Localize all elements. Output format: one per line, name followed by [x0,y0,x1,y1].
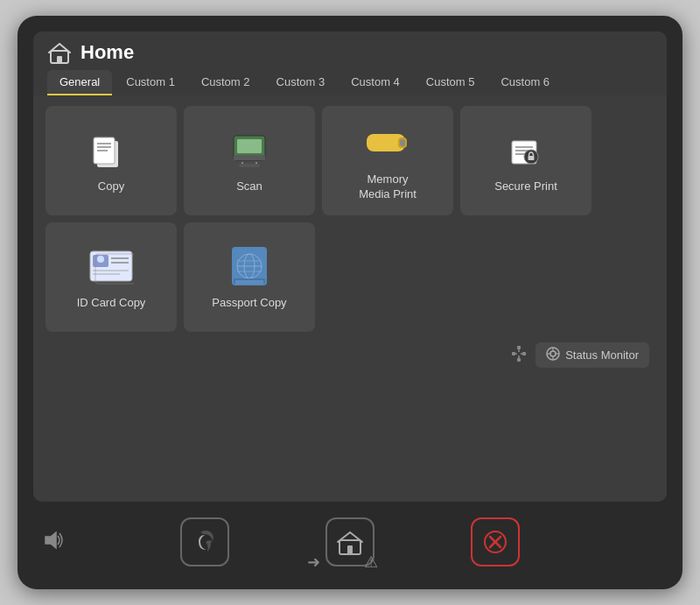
memory-media-print-label: Memory Media Print [359,172,416,202]
screen: Home General Custom 1 Custom 2 Custom 3 … [33,32,667,502]
copy-label: Copy [98,179,124,194]
svg-marker-53 [46,532,56,548]
tile-id-card-copy[interactable]: ID Card Copy [46,222,177,332]
grid-row-2: ID Card Copy [46,222,654,332]
sleep-button[interactable] [180,517,229,566]
id-card-icon [88,243,134,289]
tab-custom6[interactable]: Custom 6 [488,70,562,95]
svg-point-24 [97,256,104,263]
scan-label: Scan [236,179,262,194]
bottom-left [42,530,66,555]
svg-rect-8 [237,139,262,153]
status-monitor-icon [546,347,560,363]
secure-print-label: Secure Print [494,179,557,194]
svg-rect-1 [57,56,62,63]
bottom-bar: ➜ ⚠ [33,510,667,573]
scan-icon [227,127,272,172]
status-monitor-button[interactable]: Status Monitor [536,342,649,368]
device-panel: Home General Custom 1 Custom 2 Custom 3 … [18,16,682,589]
home-title: Home [80,41,134,64]
svg-rect-41 [522,352,526,355]
arrow-icon: ➜ [307,552,320,572]
tab-custom3[interactable]: Custom 3 [264,70,338,95]
passport-copy-label: Passport Copy [212,296,286,311]
tab-general[interactable]: General [47,70,112,95]
svg-rect-15 [400,139,405,146]
home-title-row: Home [47,40,653,70]
secure-print-icon [503,127,549,172]
arrow-indicator: ➜ [307,552,320,572]
home-screen-icon [47,40,72,65]
tab-custom1[interactable]: Custom 1 [114,70,187,95]
screen-header: Home General Custom 1 Custom 2 Custom 3 … [33,32,667,95]
tile-secure-print[interactable]: Secure Print [460,106,592,215]
screen-body: Copy Scan [33,95,667,502]
tab-custom4[interactable]: Custom 4 [339,70,412,95]
tile-copy[interactable]: Copy [46,106,177,215]
usb-icon [365,120,410,165]
network-icon [509,344,528,367]
tile-passport-copy[interactable]: Passport Copy [184,222,315,332]
status-row: Status Monitor [46,339,654,371]
copy-icon [88,127,134,172]
svg-rect-12 [239,164,260,167]
warning-icon: ⚠ [364,552,378,572]
id-card-copy-label: ID Card Copy [77,296,146,311]
power-button[interactable] [471,517,520,566]
svg-rect-40 [512,352,515,355]
tab-custom5[interactable]: Custom 5 [414,70,487,95]
svg-point-48 [550,351,556,356]
svg-rect-42 [517,358,521,362]
svg-rect-39 [517,346,521,349]
tile-memory-media-print[interactable]: Memory Media Print [322,106,453,215]
warning-indicator: ⚠ [364,552,378,572]
svg-rect-21 [528,156,535,160]
passport-icon [227,243,272,289]
grid-row-1: Copy Scan [46,106,654,215]
speaker-icon [42,530,66,555]
tab-custom2[interactable]: Custom 2 [189,70,262,95]
tile-scan[interactable]: Scan [184,106,315,215]
svg-rect-9 [234,155,265,160]
tabs-row: General Custom 1 Custom 2 Custom 3 Custo… [47,70,653,95]
status-monitor-label: Status Monitor [565,348,639,362]
